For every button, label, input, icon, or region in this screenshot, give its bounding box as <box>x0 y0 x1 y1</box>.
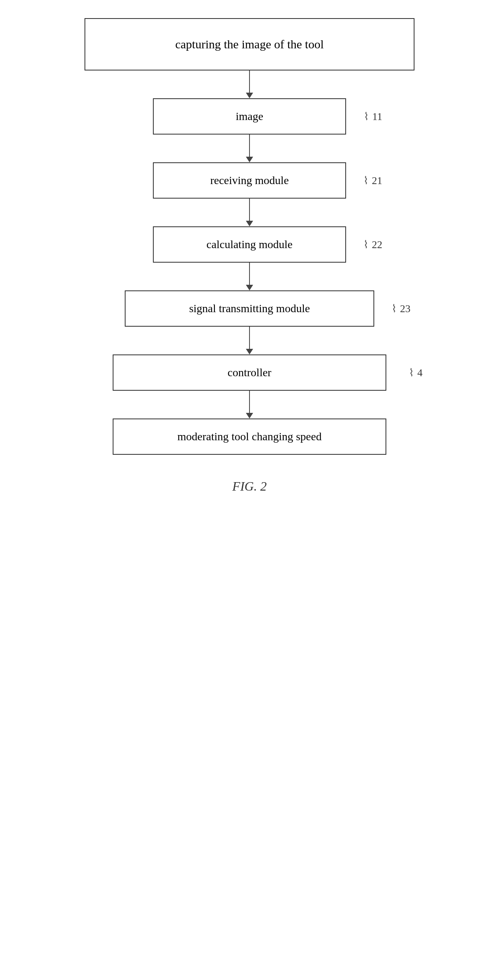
node-receiving-row: receiving module ⌇ 21 <box>153 162 346 199</box>
arrow-line-3 <box>249 199 250 221</box>
label-tag-22: ⌇ 22 <box>363 238 382 251</box>
arrow-line-2 <box>249 135 250 157</box>
label-tag-4: ⌇ 4 <box>409 367 423 379</box>
arrow-head-5 <box>246 349 253 354</box>
box-image: image <box>153 98 346 135</box>
diagram-container: capturing the image of the tool image ⌇ … <box>0 0 499 494</box>
tag-4-text: 4 <box>417 367 423 379</box>
box-capture: capturing the image of the tool <box>85 18 414 70</box>
node-signal-row: signal transmitting module ⌇ 23 <box>125 290 374 327</box>
squiggle-11: ⌇ <box>364 110 369 123</box>
squiggle-22: ⌇ <box>363 238 369 251</box>
arrow-head-1 <box>246 93 253 98</box>
box-moderating: moderating tool changing speed <box>113 419 386 455</box>
arrow-1 <box>246 70 253 98</box>
arrow-6 <box>246 391 253 419</box>
node-controller-row: controller ⌇ 4 <box>113 354 386 391</box>
figure-label: FIG. 2 <box>232 479 266 494</box>
arrow-head-2 <box>246 157 253 162</box>
box-signal-label: signal transmitting module <box>189 302 310 315</box>
node-moderating-row: moderating tool changing speed <box>113 419 386 455</box>
label-tag-23: ⌇ 23 <box>392 302 410 315</box>
arrow-head-3 <box>246 221 253 226</box>
box-calculating-label: calculating module <box>206 238 293 251</box>
arrow-4 <box>246 263 253 290</box>
arrow-line-1 <box>249 70 250 93</box>
tag-11-text: 11 <box>372 110 382 122</box>
squiggle-23: ⌇ <box>392 302 397 315</box>
squiggle-4: ⌇ <box>409 367 414 379</box>
box-calculating: calculating module <box>153 226 346 263</box>
box-signal: signal transmitting module <box>125 290 374 327</box>
arrow-5 <box>246 327 253 354</box>
box-receiving: receiving module <box>153 162 346 199</box>
node-image-row: image ⌇ 11 <box>153 98 346 135</box>
node-calculating-row: calculating module ⌇ 22 <box>153 226 346 263</box>
box-receiving-label: receiving module <box>210 174 289 187</box>
arrow-line-5 <box>249 327 250 349</box>
arrow-line-4 <box>249 263 250 285</box>
tag-23-text: 23 <box>400 302 410 315</box>
node-capture-row: capturing the image of the tool <box>85 18 414 70</box>
label-tag-11: ⌇ 11 <box>364 110 382 123</box>
arrow-2 <box>246 135 253 162</box>
box-moderating-label: moderating tool changing speed <box>177 430 322 443</box>
tag-22-text: 22 <box>372 238 382 251</box>
arrow-3 <box>246 199 253 226</box>
box-controller-label: controller <box>228 366 272 379</box>
label-tag-21: ⌇ 21 <box>363 174 382 187</box>
box-controller: controller <box>113 354 386 391</box>
box-capture-label: capturing the image of the tool <box>175 37 324 51</box>
squiggle-21: ⌇ <box>363 174 369 187</box>
arrow-line-6 <box>249 391 250 413</box>
tag-21-text: 21 <box>372 174 382 186</box>
arrow-head-4 <box>246 285 253 290</box>
box-image-label: image <box>236 110 263 123</box>
arrow-head-6 <box>246 413 253 419</box>
